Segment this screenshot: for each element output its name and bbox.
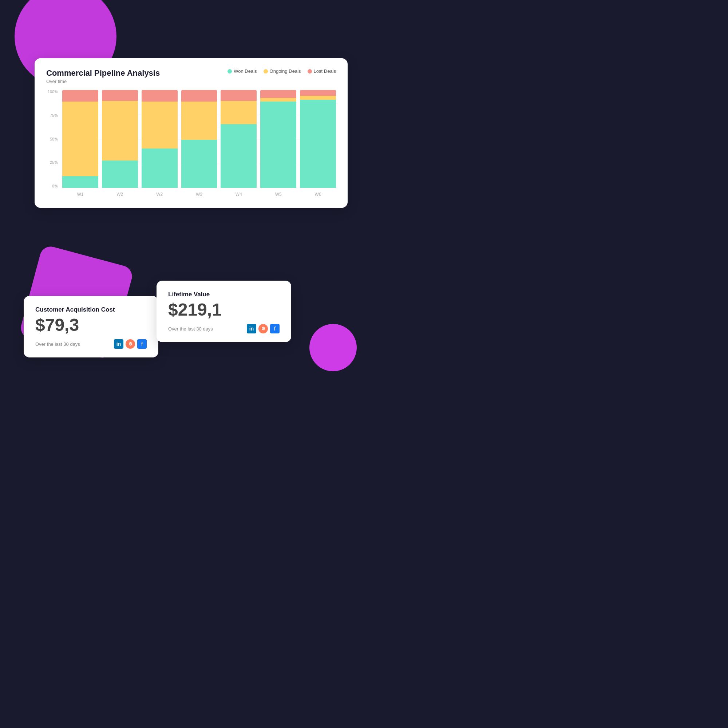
bar-group-3 xyxy=(181,90,217,188)
ltv-hubspot-icon: ⚙ xyxy=(258,324,268,333)
bar-won-3 xyxy=(181,140,217,188)
legend-lost: Lost Deals xyxy=(307,69,336,74)
bar-group-5 xyxy=(260,90,296,188)
facebook-icon: f xyxy=(137,339,147,349)
bar-group-6 xyxy=(300,90,336,188)
bar-lost-3 xyxy=(181,90,217,102)
cac-footer: Over the last 30 days in ⚙ f xyxy=(35,339,147,349)
y-axis: 100% 75% 50% 25% 0% xyxy=(46,90,61,188)
y-label-75: 75% xyxy=(50,113,58,118)
legend-dot-won xyxy=(228,69,232,73)
bar-won-1 xyxy=(102,161,138,188)
legend-dot-lost xyxy=(307,69,312,73)
cac-title: Customer Acquisition Cost xyxy=(35,306,147,314)
y-label-100: 100% xyxy=(48,90,58,94)
bar-lost-5 xyxy=(260,90,296,98)
hubspot-icon: ⚙ xyxy=(125,339,135,349)
legend-label-won: Won Deals xyxy=(234,69,257,74)
ltv-social-icons: in ⚙ f xyxy=(247,324,280,333)
bar-ongoing-2 xyxy=(142,102,177,148)
bar-stack-0 xyxy=(62,90,98,188)
chart-legend: Won Deals Ongoing Deals Lost Deals xyxy=(228,69,336,74)
cac-card: Customer Acquisition Cost $79,3 Over the… xyxy=(24,296,158,358)
pipeline-subtitle: Over time xyxy=(46,79,160,84)
legend-won: Won Deals xyxy=(228,69,257,74)
ltv-period: Over the last 30 days xyxy=(168,326,213,332)
bar-ongoing-5 xyxy=(260,98,296,102)
bar-ongoing-3 xyxy=(181,102,217,140)
bar-stack-4 xyxy=(220,90,257,188)
chart-area: 100% 75% 50% 25% 0% xyxy=(46,90,336,199)
bar-lost-4 xyxy=(220,90,257,101)
bar-won-5 xyxy=(260,102,296,188)
bar-stack-3 xyxy=(181,90,217,188)
x-label-5: W5 xyxy=(260,190,296,199)
bg-circle-bottom-right xyxy=(309,324,357,371)
bar-won-0 xyxy=(62,176,98,188)
x-label-1: W2 xyxy=(102,190,138,199)
chart-bars xyxy=(62,90,336,188)
bar-stack-2 xyxy=(142,90,177,188)
bar-stack-1 xyxy=(102,90,138,188)
bar-group-2 xyxy=(142,90,177,188)
cac-value: $79,3 xyxy=(35,316,147,335)
x-label-0: W1 xyxy=(62,190,98,199)
pipeline-title: Commercial Pipeline Analysis xyxy=(46,69,160,78)
bar-stack-6 xyxy=(300,90,336,188)
ltv-linkedin-icon: in xyxy=(247,324,256,333)
bar-ongoing-0 xyxy=(62,102,98,176)
legend-label-lost: Lost Deals xyxy=(314,69,336,74)
cac-period: Over the last 30 days xyxy=(35,341,80,347)
cac-social-icons: in ⚙ f xyxy=(114,339,147,349)
x-label-3: W3 xyxy=(181,190,217,199)
y-label-0: 0% xyxy=(52,184,58,188)
bar-stack-5 xyxy=(260,90,296,188)
x-label-4: W4 xyxy=(220,190,257,199)
bar-group-4 xyxy=(220,90,257,188)
bar-lost-2 xyxy=(142,90,177,102)
ltv-facebook-icon: f xyxy=(270,324,280,333)
ltv-value: $219,1 xyxy=(168,300,280,320)
ltv-card: Lifetime Value $219,1 Over the last 30 d… xyxy=(156,281,291,342)
bar-lost-1 xyxy=(102,90,138,101)
y-label-25: 25% xyxy=(50,161,58,165)
bar-ongoing-6 xyxy=(300,96,336,100)
pipeline-card: Commercial Pipeline Analysis Over time W… xyxy=(35,58,348,208)
pipeline-header: Commercial Pipeline Analysis Over time W… xyxy=(46,69,336,84)
bar-lost-0 xyxy=(62,90,98,102)
legend-label-ongoing: Ongoing Deals xyxy=(270,69,301,74)
legend-dot-ongoing xyxy=(263,69,268,73)
bar-won-4 xyxy=(220,124,257,188)
x-label-2: W2 xyxy=(142,190,177,199)
ltv-title: Lifetime Value xyxy=(168,291,280,298)
x-label-6: W6 xyxy=(300,190,336,199)
bar-ongoing-1 xyxy=(102,101,138,161)
bar-group-0 xyxy=(62,90,98,188)
y-label-50: 50% xyxy=(50,137,58,141)
bar-lost-6 xyxy=(300,90,336,96)
x-axis: W1W2W2W3W4W5W6 xyxy=(62,190,336,199)
pipeline-title-group: Commercial Pipeline Analysis Over time xyxy=(46,69,160,84)
legend-ongoing: Ongoing Deals xyxy=(263,69,301,74)
linkedin-icon: in xyxy=(114,339,123,349)
bar-ongoing-4 xyxy=(220,101,257,124)
bar-group-1 xyxy=(102,90,138,188)
bar-won-6 xyxy=(300,100,336,188)
ltv-footer: Over the last 30 days in ⚙ f xyxy=(168,324,280,333)
bar-won-2 xyxy=(142,148,177,188)
